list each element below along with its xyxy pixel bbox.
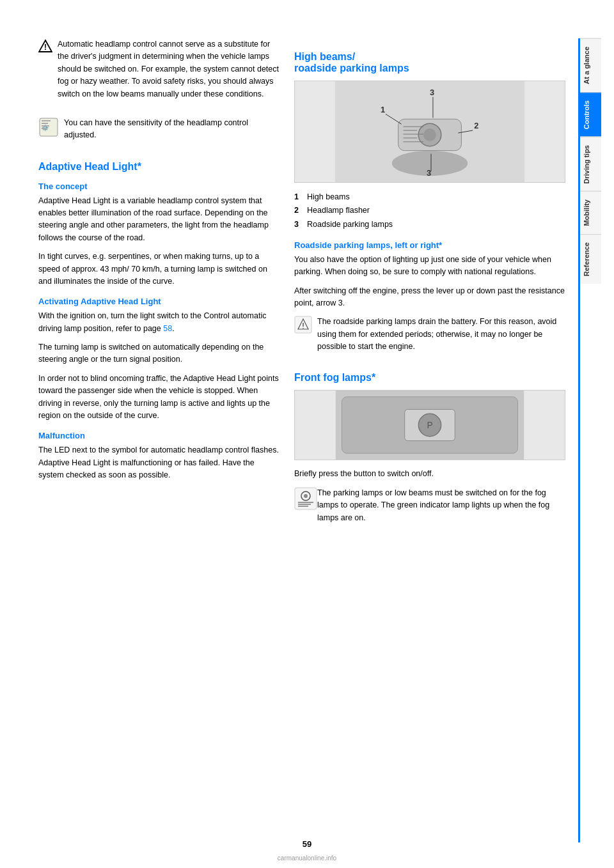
svg-text:1: 1 xyxy=(381,105,385,114)
diagram-labels-list: 1 High beams 2 Headlamp flasher 3 Roadsi… xyxy=(294,190,565,231)
right-sidebar: At a glance Controls Driving tips Mobili… xyxy=(578,38,601,842)
svg-text:!: ! xyxy=(44,43,47,52)
right-column: High beams/ roadside parking lamps 1 xyxy=(294,38,565,842)
activating-text3: In order not to blind oncoming traffic, … xyxy=(38,373,281,422)
svg-rect-6 xyxy=(42,125,49,127)
roadside-text1: You also have the option of lighting up … xyxy=(294,254,565,279)
high-beams-heading: High beams/ roadside parking lamps xyxy=(294,51,565,74)
svg-text:P: P xyxy=(427,421,432,430)
activating-text1: With the ignition on, turn the light swi… xyxy=(38,310,281,335)
warning-text: Automatic headlamp control cannot serve … xyxy=(58,38,281,100)
note-icon: ⚙️ xyxy=(38,117,59,137)
page-ref-link[interactable]: 58 xyxy=(163,324,172,333)
svg-point-37 xyxy=(304,494,308,498)
concept-text1: Adaptive Head Light is a variable headla… xyxy=(38,195,281,245)
roadside-info-box: The roadside parking lamps drain the bat… xyxy=(294,316,565,359)
list-item-1: 1 High beams xyxy=(294,190,565,204)
sidebar-tab-at-a-glance[interactable]: At a glance xyxy=(580,38,601,92)
svg-text:2: 2 xyxy=(474,121,478,130)
svg-rect-7 xyxy=(42,128,47,129)
page-number: 59 xyxy=(303,839,311,849)
sidebar-tab-mobility[interactable]: Mobility xyxy=(580,191,601,234)
svg-text:3: 3 xyxy=(427,168,431,178)
svg-point-12 xyxy=(423,128,436,141)
sidebar-tab-driving-tips[interactable]: Driving tips xyxy=(580,137,601,192)
roadside-heading: Roadside parking lamps, left or right* xyxy=(294,240,565,250)
fog-note-box: The parking lamps or low beams must be s… xyxy=(294,487,565,531)
concept-text2: In tight curves, e.g. serpentines, or wh… xyxy=(38,251,281,288)
info-icon xyxy=(294,316,312,334)
fog-heading: Front fog lamps* xyxy=(294,372,565,384)
warning-icon: ! xyxy=(38,39,52,53)
sidebar-tab-reference[interactable]: Reference xyxy=(580,234,601,284)
warning-box: ! Automatic headlamp control cannot serv… xyxy=(38,38,281,107)
malfunction-text: The LED next to the symbol for automatic… xyxy=(38,444,281,481)
fog-note-text: The parking lamps or low beams must be s… xyxy=(317,487,565,524)
malfunction-heading: Malfunction xyxy=(38,431,281,440)
svg-rect-4 xyxy=(42,120,51,121)
activating-text2: The turning lamp is switched on automati… xyxy=(38,341,281,366)
note-text: You can have the sensitivity of the head… xyxy=(64,117,281,142)
left-column: ! Automatic headlamp control cannot serv… xyxy=(38,38,281,842)
note-box: ⚙️ You can have the sensitivity of the h… xyxy=(38,117,281,148)
activating-heading: Activating Adaptive Head Light xyxy=(38,297,281,306)
list-item-2: 2 Headlamp flasher xyxy=(294,204,565,217)
fog-text: Briefly press the button to switch on/of… xyxy=(294,468,565,480)
svg-text:3: 3 xyxy=(430,88,434,97)
watermark: carmanualonline.info xyxy=(278,855,336,862)
adaptive-heading: Adaptive Head Light* xyxy=(38,161,281,173)
svg-point-29 xyxy=(303,328,304,329)
roadside-info-text: The roadside parking lamps drain the bat… xyxy=(317,316,565,353)
sidebar-tab-controls[interactable]: Controls xyxy=(580,92,601,137)
roadside-text2: After switching off the engine, press th… xyxy=(294,285,565,310)
svg-rect-5 xyxy=(42,123,48,124)
fog-note-icon xyxy=(294,487,312,505)
list-item-3: 3 Roadside parking lamps xyxy=(294,218,565,231)
fog-lamp-diagram: P xyxy=(294,390,565,460)
concept-heading: The concept xyxy=(38,182,281,191)
high-beams-diagram: 1 2 3 3 xyxy=(294,81,565,183)
